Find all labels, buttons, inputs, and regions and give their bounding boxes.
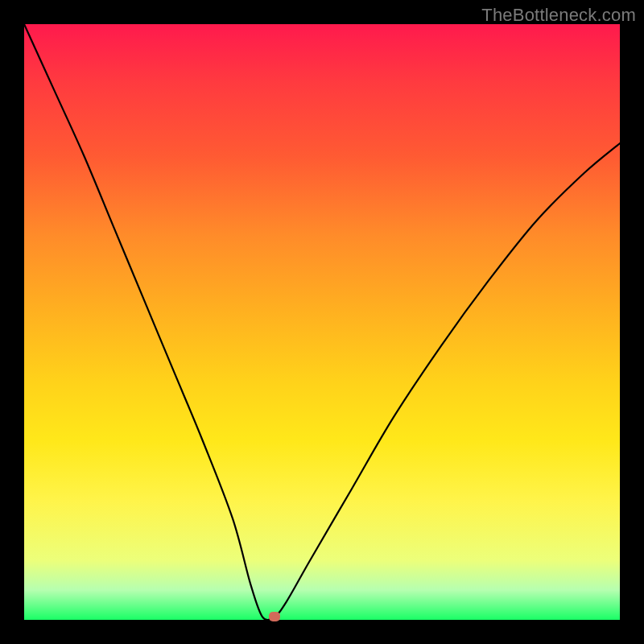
bottleneck-curve	[24, 24, 620, 620]
curve-svg	[24, 24, 620, 620]
watermark-text: TheBottleneck.com	[481, 5, 636, 26]
plot-area	[24, 24, 620, 620]
minimum-marker	[269, 612, 280, 621]
chart-frame: TheBottleneck.com	[0, 0, 644, 644]
